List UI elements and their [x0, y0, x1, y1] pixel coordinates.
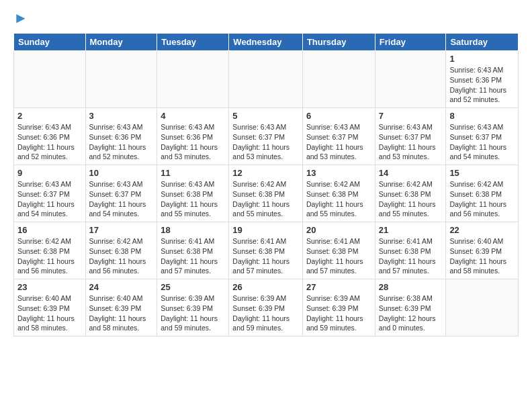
col-header-tuesday: Tuesday: [157, 34, 229, 51]
day-info: Sunrise: 6:43 AM Sunset: 6:37 PM Dayligh…: [379, 122, 443, 162]
calendar-cell: [229, 51, 303, 108]
calendar-cell: 11Sunrise: 6:43 AM Sunset: 6:38 PM Dayli…: [157, 165, 229, 222]
col-header-wednesday: Wednesday: [229, 34, 303, 51]
day-number: 15: [449, 168, 515, 178]
col-header-friday: Friday: [375, 34, 446, 51]
col-header-sunday: Sunday: [14, 34, 86, 51]
calendar-cell: 2Sunrise: 6:43 AM Sunset: 6:36 PM Daylig…: [14, 108, 86, 165]
day-number: 28: [379, 282, 443, 292]
day-info: Sunrise: 6:41 AM Sunset: 6:38 PM Dayligh…: [306, 236, 371, 276]
day-number: 10: [89, 168, 154, 178]
day-info: Sunrise: 6:43 AM Sunset: 6:37 PM Dayligh…: [232, 122, 299, 162]
day-number: 3: [89, 111, 154, 121]
calendar-cell: 8Sunrise: 6:43 AM Sunset: 6:37 PM Daylig…: [446, 108, 519, 165]
day-info: Sunrise: 6:41 AM Sunset: 6:38 PM Dayligh…: [379, 236, 443, 276]
day-number: 12: [232, 168, 299, 178]
day-number: 14: [379, 168, 443, 178]
calendar-cell: 7Sunrise: 6:43 AM Sunset: 6:37 PM Daylig…: [375, 108, 446, 165]
logo: ►: [13, 10, 28, 26]
day-info: Sunrise: 6:43 AM Sunset: 6:36 PM Dayligh…: [449, 65, 515, 105]
col-header-thursday: Thursday: [302, 34, 375, 51]
day-info: Sunrise: 6:39 AM Sunset: 6:39 PM Dayligh…: [306, 293, 371, 333]
logo-bird-icon: ►: [13, 9, 28, 26]
day-info: Sunrise: 6:42 AM Sunset: 6:38 PM Dayligh…: [17, 236, 82, 276]
day-info: Sunrise: 6:42 AM Sunset: 6:38 PM Dayligh…: [449, 179, 515, 219]
header: ►: [13, 10, 519, 26]
calendar-cell: 12Sunrise: 6:42 AM Sunset: 6:38 PM Dayli…: [229, 165, 303, 222]
calendar-cell: 5Sunrise: 6:43 AM Sunset: 6:37 PM Daylig…: [229, 108, 303, 165]
calendar-cell: 23Sunrise: 6:40 AM Sunset: 6:39 PM Dayli…: [14, 279, 86, 336]
calendar-cell: 18Sunrise: 6:41 AM Sunset: 6:38 PM Dayli…: [157, 222, 229, 279]
day-info: Sunrise: 6:41 AM Sunset: 6:38 PM Dayligh…: [232, 236, 299, 276]
day-number: 4: [161, 111, 225, 121]
day-number: 24: [89, 282, 154, 292]
day-number: 9: [17, 168, 82, 178]
day-number: 21: [379, 225, 443, 235]
calendar-cell: [157, 51, 229, 108]
day-number: 2: [17, 111, 82, 121]
day-number: 19: [232, 225, 299, 235]
logo-word: ►: [13, 10, 28, 26]
calendar-cell: [14, 51, 86, 108]
day-info: Sunrise: 6:42 AM Sunset: 6:38 PM Dayligh…: [379, 179, 443, 219]
calendar-cell: 10Sunrise: 6:43 AM Sunset: 6:37 PM Dayli…: [85, 165, 157, 222]
calendar-cell: 9Sunrise: 6:43 AM Sunset: 6:37 PM Daylig…: [14, 165, 86, 222]
day-info: Sunrise: 6:43 AM Sunset: 6:36 PM Dayligh…: [161, 122, 225, 162]
day-info: Sunrise: 6:39 AM Sunset: 6:39 PM Dayligh…: [161, 293, 225, 333]
day-number: 8: [449, 111, 515, 121]
day-number: 22: [449, 225, 515, 235]
day-number: 17: [89, 225, 154, 235]
calendar-cell: 3Sunrise: 6:43 AM Sunset: 6:36 PM Daylig…: [85, 108, 157, 165]
logo-text: ►: [13, 10, 28, 26]
calendar-cell: 14Sunrise: 6:42 AM Sunset: 6:38 PM Dayli…: [375, 165, 446, 222]
calendar-week-row: 1Sunrise: 6:43 AM Sunset: 6:36 PM Daylig…: [14, 51, 519, 108]
day-info: Sunrise: 6:38 AM Sunset: 6:39 PM Dayligh…: [379, 293, 443, 333]
day-number: 27: [306, 282, 371, 292]
day-info: Sunrise: 6:43 AM Sunset: 6:37 PM Dayligh…: [89, 179, 154, 219]
col-header-monday: Monday: [85, 34, 157, 51]
day-info: Sunrise: 6:43 AM Sunset: 6:38 PM Dayligh…: [161, 179, 225, 219]
day-number: 11: [161, 168, 225, 178]
calendar-cell: 25Sunrise: 6:39 AM Sunset: 6:39 PM Dayli…: [157, 279, 229, 336]
calendar-cell: 21Sunrise: 6:41 AM Sunset: 6:38 PM Dayli…: [375, 222, 446, 279]
day-number: 7: [379, 111, 443, 121]
day-number: 5: [232, 111, 299, 121]
day-info: Sunrise: 6:43 AM Sunset: 6:36 PM Dayligh…: [89, 122, 154, 162]
day-info: Sunrise: 6:43 AM Sunset: 6:37 PM Dayligh…: [17, 179, 82, 219]
day-info: Sunrise: 6:42 AM Sunset: 6:38 PM Dayligh…: [306, 179, 371, 219]
calendar-cell: 4Sunrise: 6:43 AM Sunset: 6:36 PM Daylig…: [157, 108, 229, 165]
day-number: 20: [306, 225, 371, 235]
calendar-table: SundayMondayTuesdayWednesdayThursdayFrid…: [13, 33, 519, 336]
calendar-cell: 13Sunrise: 6:42 AM Sunset: 6:38 PM Dayli…: [302, 165, 375, 222]
day-info: Sunrise: 6:43 AM Sunset: 6:36 PM Dayligh…: [17, 122, 82, 162]
calendar-cell: [85, 51, 157, 108]
day-info: Sunrise: 6:40 AM Sunset: 6:39 PM Dayligh…: [449, 236, 515, 276]
calendar-cell: 16Sunrise: 6:42 AM Sunset: 6:38 PM Dayli…: [14, 222, 86, 279]
calendar-cell: [375, 51, 446, 108]
calendar-cell: 17Sunrise: 6:42 AM Sunset: 6:38 PM Dayli…: [85, 222, 157, 279]
day-number: 25: [161, 282, 225, 292]
calendar-cell: 27Sunrise: 6:39 AM Sunset: 6:39 PM Dayli…: [302, 279, 375, 336]
calendar-week-row: 9Sunrise: 6:43 AM Sunset: 6:37 PM Daylig…: [14, 165, 519, 222]
day-info: Sunrise: 6:41 AM Sunset: 6:38 PM Dayligh…: [161, 236, 225, 276]
calendar-cell: 1Sunrise: 6:43 AM Sunset: 6:36 PM Daylig…: [446, 51, 519, 108]
logo-content: ►: [13, 10, 28, 26]
page: ► SundayMondayTuesdayWednesdayThursdayFr…: [0, 0, 532, 347]
calendar-week-row: 23Sunrise: 6:40 AM Sunset: 6:39 PM Dayli…: [14, 279, 519, 336]
calendar-cell: [302, 51, 375, 108]
day-number: 26: [232, 282, 299, 292]
calendar-cell: [446, 279, 519, 336]
day-info: Sunrise: 6:42 AM Sunset: 6:38 PM Dayligh…: [89, 236, 154, 276]
calendar-week-row: 16Sunrise: 6:42 AM Sunset: 6:38 PM Dayli…: [14, 222, 519, 279]
day-info: Sunrise: 6:39 AM Sunset: 6:39 PM Dayligh…: [232, 293, 299, 333]
day-number: 23: [17, 282, 82, 292]
day-info: Sunrise: 6:43 AM Sunset: 6:37 PM Dayligh…: [449, 122, 515, 162]
calendar-cell: 22Sunrise: 6:40 AM Sunset: 6:39 PM Dayli…: [446, 222, 519, 279]
day-info: Sunrise: 6:40 AM Sunset: 6:39 PM Dayligh…: [17, 293, 82, 333]
day-info: Sunrise: 6:40 AM Sunset: 6:39 PM Dayligh…: [89, 293, 154, 333]
day-number: 18: [161, 225, 225, 235]
calendar-cell: 24Sunrise: 6:40 AM Sunset: 6:39 PM Dayli…: [85, 279, 157, 336]
calendar-cell: 20Sunrise: 6:41 AM Sunset: 6:38 PM Dayli…: [302, 222, 375, 279]
calendar-header-row: SundayMondayTuesdayWednesdayThursdayFrid…: [14, 34, 519, 51]
calendar-cell: 26Sunrise: 6:39 AM Sunset: 6:39 PM Dayli…: [229, 279, 303, 336]
